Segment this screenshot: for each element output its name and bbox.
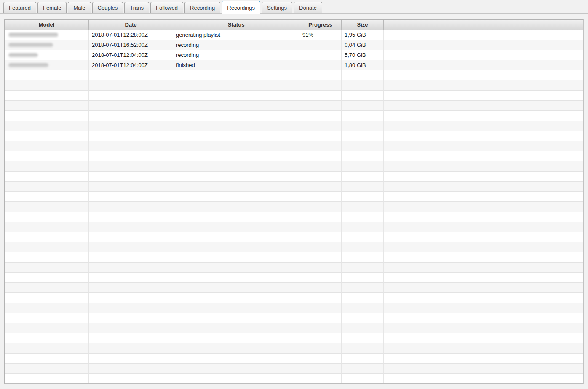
cell-model	[5, 323, 89, 333]
cell-size	[342, 222, 384, 232]
table-row[interactable]: 2018-07-01T12:04:00Zrecording5,70 GiB	[5, 50, 583, 60]
cell-date	[89, 252, 173, 263]
cell-extra	[384, 212, 583, 222]
cell-size	[342, 202, 384, 212]
cell-date	[89, 80, 173, 91]
tab-followed[interactable]: Followed	[150, 2, 183, 13]
table-row[interactable]: 2018-07-01T16:52:00Zrecording0,04 GiB	[5, 40, 583, 50]
cell-model	[5, 70, 89, 80]
cell-model	[5, 141, 89, 151]
tab-settings[interactable]: Settings	[262, 2, 292, 13]
cell-progress	[299, 374, 342, 384]
cell-model	[5, 222, 89, 232]
cell-date: 2018-07-01T12:28:00Z	[89, 30, 173, 40]
cell-date: 2018-07-01T16:52:00Z	[89, 40, 173, 50]
cell-status	[173, 242, 299, 252]
tab-donate[interactable]: Donate	[294, 2, 322, 13]
cell-model	[5, 151, 89, 161]
recordings-table: Model Date Status Progress Size 2018-07-…	[4, 19, 584, 384]
table-row-empty	[5, 101, 583, 111]
cell-model	[5, 91, 89, 101]
table-row-empty	[5, 70, 583, 80]
cell-progress	[299, 91, 342, 101]
cell-model	[5, 242, 89, 252]
cell-progress	[299, 222, 342, 232]
cell-size	[342, 232, 384, 242]
cell-extra	[384, 343, 583, 354]
cell-extra	[384, 242, 583, 252]
cell-progress	[299, 80, 342, 91]
tab-trans[interactable]: Trans	[124, 2, 149, 13]
cell-date	[89, 192, 173, 202]
column-header-extra	[384, 20, 583, 30]
cell-status	[173, 252, 299, 263]
cell-status	[173, 182, 299, 192]
cell-status	[173, 111, 299, 121]
cell-progress	[299, 303, 342, 313]
cell-progress	[299, 161, 342, 172]
cell-size: 1,95 GiB	[342, 30, 384, 40]
table-row-empty	[5, 161, 583, 172]
cell-model	[5, 111, 89, 121]
cell-extra	[384, 70, 583, 80]
cell-extra	[384, 40, 583, 50]
cell-size	[342, 293, 384, 303]
table-row-empty	[5, 232, 583, 242]
cell-size	[342, 111, 384, 121]
cell-progress	[299, 263, 342, 273]
tab-couples[interactable]: Couples	[92, 2, 123, 13]
table-row-empty	[5, 263, 583, 273]
column-header-date[interactable]: Date	[89, 20, 173, 30]
cell-date	[89, 111, 173, 121]
table-row-empty	[5, 131, 583, 141]
cell-progress	[299, 40, 342, 50]
cell-size	[342, 263, 384, 273]
cell-model	[5, 60, 89, 70]
cell-progress	[299, 151, 342, 161]
cell-date	[89, 242, 173, 252]
cell-size	[342, 283, 384, 293]
cell-progress	[299, 121, 342, 131]
cell-extra	[384, 192, 583, 202]
cell-extra	[384, 182, 583, 192]
cell-size	[342, 242, 384, 252]
cell-progress	[299, 192, 342, 202]
table-row-empty	[5, 192, 583, 202]
tab-recordings[interactable]: Recordings	[222, 1, 260, 14]
cell-progress	[299, 70, 342, 80]
cell-extra	[384, 293, 583, 303]
cell-size	[342, 121, 384, 131]
cell-extra	[384, 252, 583, 263]
cell-size	[342, 252, 384, 263]
cell-date	[89, 333, 173, 343]
cell-date	[89, 101, 173, 111]
cell-model	[5, 161, 89, 172]
tab-recording[interactable]: Recording	[184, 2, 220, 13]
cell-extra	[384, 354, 583, 364]
table-row[interactable]: 2018-07-01T12:04:00Zfinished1,80 GiB	[5, 60, 583, 70]
cell-size	[342, 182, 384, 192]
cell-status: recording	[173, 50, 299, 60]
cell-model	[5, 303, 89, 313]
table-row[interactable]: 2018-07-01T12:28:00Zgenerating playlist9…	[5, 30, 583, 40]
cell-progress	[299, 232, 342, 242]
table-body: 2018-07-01T12:28:00Zgenerating playlist9…	[5, 30, 583, 384]
table-row-empty	[5, 343, 583, 354]
table-row-empty	[5, 80, 583, 91]
cell-date	[89, 293, 173, 303]
tab-male[interactable]: Male	[68, 2, 91, 13]
column-header-model[interactable]: Model	[5, 20, 89, 30]
tab-featured[interactable]: Featured	[3, 2, 36, 13]
table-row-empty	[5, 323, 583, 333]
column-header-status[interactable]: Status	[173, 20, 299, 30]
cell-status	[173, 333, 299, 343]
tab-female[interactable]: Female	[37, 2, 67, 13]
cell-extra	[384, 283, 583, 293]
cell-progress	[299, 354, 342, 364]
cell-extra	[384, 141, 583, 151]
column-header-progress[interactable]: Progress	[299, 20, 342, 30]
column-header-size[interactable]: Size	[342, 20, 384, 30]
cell-progress	[299, 212, 342, 222]
cell-size	[342, 313, 384, 323]
cell-status: generating playlist	[173, 30, 299, 40]
